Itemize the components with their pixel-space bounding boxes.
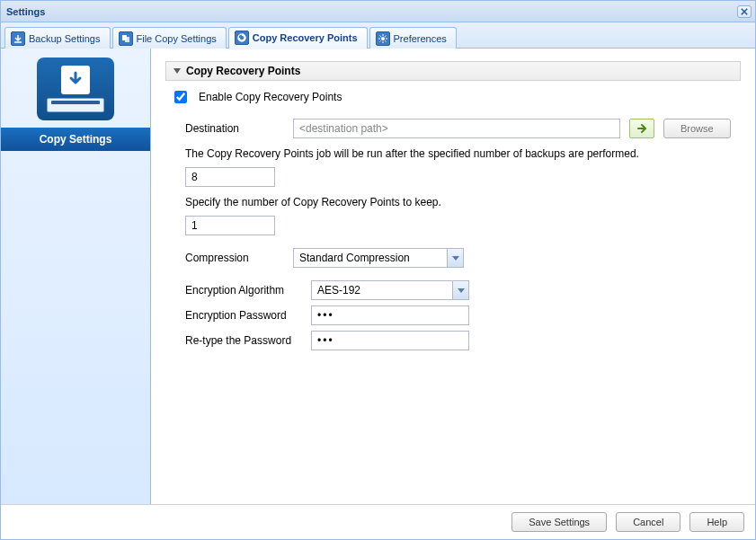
copy-settings-icon (37, 58, 114, 120)
sidebar-label: Copy Settings (1, 128, 150, 151)
tab-label: File Copy Settings (137, 33, 217, 44)
tab-file-copy-settings[interactable]: File Copy Settings (112, 27, 227, 49)
keep-count-input[interactable] (185, 216, 275, 235)
svg-point-3 (381, 37, 385, 40)
encryption-algorithm-combo[interactable] (311, 280, 469, 300)
collapse-icon (173, 68, 181, 74)
retype-password-input[interactable] (311, 331, 469, 350)
download-arrow-icon (61, 66, 90, 94)
sidebar: Copy Settings (1, 49, 151, 504)
tab-backup-settings[interactable]: Backup Settings (4, 27, 111, 49)
compression-combo[interactable] (293, 248, 464, 268)
go-button[interactable] (629, 119, 654, 138)
help-button[interactable]: Help (689, 512, 744, 532)
arrow-right-icon (636, 123, 647, 134)
main-panel: Copy Recovery Points Enable Copy Recover… (151, 49, 755, 504)
retype-password-label: Re-type the Password (185, 334, 302, 347)
destination-input[interactable] (293, 119, 620, 138)
form-area: Destination Browse The Copy Recovery Poi… (185, 119, 741, 350)
settings-window: Settings Backup Settings File Copy Setti… (0, 0, 756, 540)
tab-preferences[interactable]: Preferences (369, 27, 457, 49)
close-button[interactable] (737, 5, 752, 18)
section-title: Copy Recovery Points (186, 65, 300, 77)
encryption-password-input[interactable] (311, 305, 469, 325)
compression-value[interactable] (293, 248, 464, 268)
footer: Save Settings Cancel Help (1, 504, 755, 539)
keep-description: Specify the number of Copy Recovery Poin… (185, 196, 741, 208)
encryption-algorithm-value[interactable] (311, 280, 469, 300)
titlebar: Settings (1, 1, 755, 22)
backup-icon (11, 31, 25, 46)
file-copy-icon (119, 31, 133, 46)
run-description: The Copy Recovery Points job will be run… (185, 147, 741, 160)
enable-checkbox[interactable] (174, 91, 187, 103)
close-icon (741, 8, 748, 15)
chevron-down-icon[interactable] (452, 281, 468, 299)
tab-strip: Backup Settings File Copy Settings Copy … (1, 22, 755, 49)
preferences-icon (376, 31, 390, 46)
encryption-algorithm-label: Encryption Algorithm (185, 284, 302, 297)
tab-label: Preferences (394, 33, 447, 44)
cancel-button[interactable]: Cancel (616, 512, 680, 532)
enable-row: Enable Copy Recovery Points (171, 88, 741, 106)
save-settings-button[interactable]: Save Settings (511, 512, 607, 532)
drive-icon (47, 98, 104, 112)
tab-label: Backup Settings (29, 33, 101, 44)
backups-count-input[interactable] (185, 167, 275, 187)
tab-label: Copy Recovery Points (253, 32, 358, 43)
window-title: Settings (6, 6, 45, 17)
tab-copy-recovery-points[interactable]: Copy Recovery Points (228, 27, 368, 49)
enable-label: Enable Copy Recovery Points (199, 91, 342, 103)
recovery-points-icon (235, 31, 249, 45)
compression-label: Compression (185, 252, 284, 264)
svg-rect-1 (125, 37, 129, 42)
content-area: Copy Settings Copy Recovery Points Enabl… (1, 49, 755, 504)
browse-button[interactable]: Browse (663, 119, 731, 138)
destination-label: Destination (185, 122, 284, 135)
section-header[interactable]: Copy Recovery Points (165, 61, 741, 81)
chevron-down-icon[interactable] (447, 249, 463, 267)
encryption-password-label: Encryption Password (185, 309, 302, 322)
